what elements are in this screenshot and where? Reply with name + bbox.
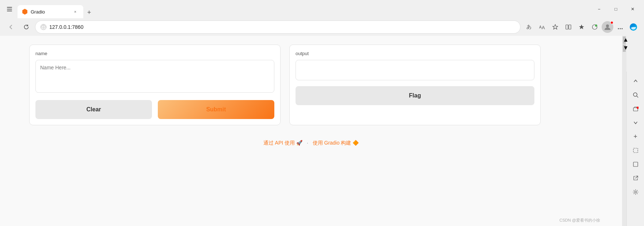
content-area: name Clear Submit output Flag 通过 [0, 36, 622, 226]
clear-button[interactable]: Clear [35, 100, 152, 119]
back-button[interactable] [4, 20, 18, 34]
tab-title: Gradio [31, 9, 69, 15]
gradio-container: name Clear Submit output Flag [29, 45, 541, 125]
watermark: CSDN @爱看书的小徐 [560, 218, 600, 223]
sidebar-add-button[interactable]: + [629, 130, 642, 143]
sidebar-scroll-up-button[interactable] [629, 74, 642, 88]
split-screen-button[interactable] [562, 21, 575, 33]
read-aloud-button[interactable]: あ [523, 21, 535, 33]
svg-text:A: A [542, 25, 545, 30]
input-label: name [35, 51, 274, 56]
sidebar-briefcase-button[interactable] [629, 102, 642, 115]
built-text: 使用 Gradio 构建 [313, 140, 351, 146]
collections-button[interactable] [575, 21, 588, 33]
output-label: output [296, 51, 534, 56]
sidebar-selection-button[interactable] [629, 144, 642, 157]
svg-point-8 [606, 24, 609, 27]
sidebar-window-button[interactable] [629, 158, 642, 171]
submit-button[interactable]: Submit [158, 100, 274, 119]
svg-text:A: A [539, 25, 542, 29]
svg-rect-6 [569, 25, 571, 29]
footer: 通过 API 使用 🚀 · 使用 Gradio 构建 🔶 [29, 140, 593, 146]
tab-strip: Gradio × + [18, 0, 589, 18]
security-icon: ⓘ [41, 24, 46, 30]
close-button[interactable]: ✕ [624, 3, 641, 15]
output-text [296, 60, 534, 80]
refresh-button[interactable] [20, 20, 33, 34]
sidebar-toggle-btn[interactable] [3, 3, 16, 16]
flag-button[interactable]: Flag [296, 86, 534, 105]
window-controls: − □ ✕ [591, 3, 641, 15]
title-bar: Gradio × + − □ ✕ [0, 0, 644, 18]
api-text: 通过 API 使用 [263, 140, 295, 146]
svg-point-13 [637, 107, 639, 109]
sidebar-dropdown-button[interactable] [629, 116, 642, 129]
svg-rect-14 [633, 148, 638, 153]
api-icon: 🚀 [296, 140, 302, 146]
minimize-button[interactable]: − [591, 3, 607, 15]
tab-favicon [22, 9, 28, 15]
built-icon: 🔶 [353, 140, 359, 146]
svg-rect-2 [7, 11, 12, 11]
svg-rect-15 [633, 162, 638, 166]
sidebar-search-button[interactable] [629, 88, 642, 101]
api-link[interactable]: 通过 API 使用 🚀 [263, 140, 304, 146]
svg-rect-0 [7, 7, 12, 8]
svg-rect-5 [566, 25, 568, 29]
action-buttons: Clear Submit [35, 100, 274, 119]
active-tab[interactable]: Gradio × [18, 5, 83, 18]
output-panel: output Flag [289, 45, 541, 125]
maximize-button[interactable]: □ [607, 3, 624, 15]
address-bar[interactable]: ⓘ [35, 20, 521, 34]
svg-point-16 [635, 191, 636, 193]
svg-line-11 [637, 96, 638, 97]
built-with-link[interactable]: 使用 Gradio 构建 🔶 [313, 140, 359, 146]
favorites-button[interactable] [549, 21, 561, 33]
input-panel: name Clear Submit [29, 45, 281, 125]
svg-point-7 [595, 24, 597, 27]
sidebar-external-button[interactable] [629, 172, 642, 185]
url-input[interactable] [49, 24, 515, 30]
right-sidebar: + [626, 72, 644, 226]
nav-actions: あ AA ... [523, 21, 640, 33]
text-size-button[interactable]: AA [536, 21, 548, 33]
scroll-up-arrow[interactable]: ▲ [623, 37, 626, 44]
scroll-down-arrow[interactable]: ▼ [623, 45, 626, 52]
footer-separator: · [307, 140, 308, 146]
tab-close-button[interactable]: × [72, 8, 79, 15]
nav-bar: ⓘ あ AA [0, 18, 644, 36]
profile-notification-dot [610, 21, 613, 24]
more-options-button[interactable]: ... [614, 21, 626, 33]
browser-essentials-button[interactable] [588, 21, 601, 33]
scrollbar-track: ▲ ▼ [622, 36, 626, 226]
new-tab-button[interactable]: + [83, 7, 95, 18]
edge-icon [627, 21, 640, 33]
svg-rect-1 [7, 9, 12, 9]
profile-button[interactable] [602, 21, 613, 33]
svg-point-10 [633, 93, 637, 96]
name-input[interactable] [35, 60, 274, 93]
sidebar-settings-button[interactable] [629, 185, 642, 199]
